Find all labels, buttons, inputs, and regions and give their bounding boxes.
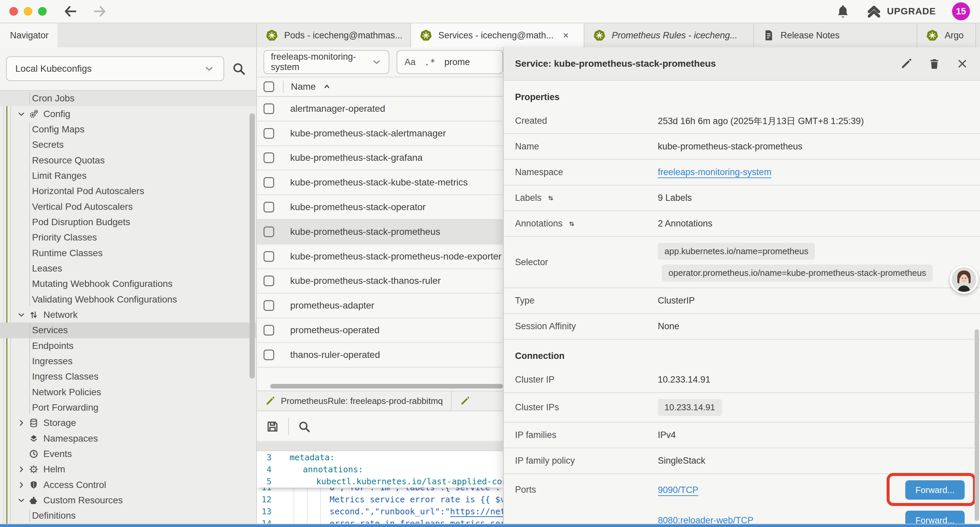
forward-port-button[interactable]: Forward...	[905, 480, 965, 500]
sidebar-item-helm[interactable]: Helm	[0, 462, 256, 477]
chevron-down-icon[interactable]	[17, 496, 29, 505]
tab-prometheus-rules-icecheng[interactable]: Prometheus Rules - icecheng...	[584, 23, 754, 47]
table-row[interactable]: kube-prometheus-stack-prometheus-node-ex…	[257, 245, 503, 269]
sidebar-item-access-control[interactable]: Access Control	[0, 477, 256, 493]
sidebar-item-config[interactable]: Config	[0, 106, 256, 121]
filter-input[interactable]: Aa .* prome	[396, 50, 503, 74]
tab-pods-icecheng-mathmas[interactable]: Pods - icecheng@mathmas...	[257, 23, 411, 47]
sidebar-item-limit-ranges[interactable]: Limit Ranges	[0, 168, 256, 183]
sidebar-item-validating-webhook-configurations[interactable]: Validating Webhook Configurations	[0, 291, 256, 307]
chevron-right-icon[interactable]	[17, 465, 29, 474]
port-link[interactable]: 8080:reloader-web/TCP	[658, 515, 754, 524]
chevron-right-icon[interactable]	[17, 480, 29, 490]
sidebar-item-config-maps[interactable]: Config Maps	[0, 122, 256, 137]
sidebar-search-icon[interactable]	[231, 61, 246, 76]
namespace-link[interactable]: freeleaps-monitoring-system	[658, 167, 772, 177]
sidebar-item-mutating-webhook-configurations[interactable]: Mutating Webhook Configurations	[0, 276, 256, 291]
sort-updown-icon[interactable]	[546, 194, 555, 202]
row-checkbox[interactable]	[264, 153, 274, 163]
yaml-editor[interactable]: 3metadata:4annotations:5kubectl.kubernet…	[257, 452, 503, 524]
sidebar-item-definitions[interactable]: Definitions	[0, 508, 256, 523]
sidebar-item-storage[interactable]: Storage	[0, 415, 256, 431]
chevron-down-icon[interactable]	[17, 110, 29, 119]
sidebar-item-events[interactable]: Events	[0, 446, 256, 462]
sidebar-item-leases[interactable]: Leases	[0, 261, 256, 276]
sort-ascending-icon[interactable]	[322, 82, 332, 92]
sidebar-item-vertical-pod-autoscalers[interactable]: Vertical Pod Autoscalers	[0, 199, 256, 214]
sidebar-item-pod-disruption-budgets[interactable]: Pod Disruption Budgets	[0, 215, 256, 230]
sidebar-item-namespaces[interactable]: Namespaces	[0, 431, 256, 446]
tab-prometheusrule[interactable]: PrometheusRule: freeleaps-prod-rabbitmq	[257, 391, 452, 411]
maximize-window-button[interactable]	[38, 7, 47, 16]
row-checkbox[interactable]	[264, 300, 274, 311]
notification-count-badge[interactable]: 15	[952, 2, 970, 20]
sidebar-item-cron-jobs[interactable]: Cron Jobs	[0, 91, 256, 106]
row-checkbox[interactable]	[264, 350, 274, 360]
row-checkbox[interactable]	[264, 202, 274, 212]
forward-icon[interactable]	[92, 4, 107, 19]
sidebar-item-secrets[interactable]: Secrets	[0, 137, 256, 153]
close-panel-icon[interactable]	[956, 57, 969, 70]
sidebar-item-port-forwarding[interactable]: Port Forwarding	[0, 400, 256, 415]
chevron-right-icon[interactable]	[17, 418, 29, 428]
table-row[interactable]: kube-prometheus-stack-grafana	[257, 146, 503, 171]
save-icon[interactable]	[266, 420, 280, 434]
tab-services-icecheng-math[interactable]: Services - icecheng@math...×	[411, 23, 584, 47]
close-tab-icon[interactable]: ×	[563, 30, 569, 41]
sidebar-item-network-policies[interactable]: Network Policies	[0, 385, 256, 400]
delete-trash-icon[interactable]	[928, 57, 941, 70]
sidebar-item-ingress-classes[interactable]: Ingress Classes	[0, 369, 256, 384]
regex-toggle[interactable]: .*	[424, 57, 436, 67]
sidebar-scrollbar-thumb[interactable]	[250, 113, 255, 379]
table-row[interactable]: kube-prometheus-stack-kube-state-metrics	[257, 170, 503, 195]
back-icon[interactable]	[63, 4, 78, 19]
sidebar-item-endpoints[interactable]: Endpoints	[0, 338, 256, 353]
row-checkbox[interactable]	[264, 128, 274, 139]
table-horizontal-scrollbar-thumb[interactable]	[270, 384, 503, 388]
sidebar-item-custom-resources[interactable]: Custom Resources	[0, 493, 256, 508]
table-row[interactable]: prometheus-adapter	[257, 293, 503, 318]
tab-release-notes[interactable]: Release Notes	[754, 23, 917, 47]
sidebar-item-ingresses[interactable]: Ingresses	[0, 353, 256, 369]
upgrade-button[interactable]: UPGRADE	[866, 4, 936, 19]
editor-search-icon[interactable]	[298, 420, 311, 433]
forward-port-button[interactable]: Forward...	[905, 511, 965, 524]
row-checkbox[interactable]	[264, 226, 274, 237]
sort-updown-icon[interactable]	[567, 220, 576, 228]
sidebar-item-runtime-classes[interactable]: Runtime Classes	[0, 245, 256, 261]
row-checkbox[interactable]	[264, 325, 274, 336]
table-row[interactable]: kube-prometheus-stack-thanos-ruler	[257, 269, 503, 294]
row-checkbox[interactable]	[264, 275, 274, 286]
select-all-checkbox[interactable]	[264, 81, 274, 92]
runbook-url-link[interactable]: https://netw	[450, 507, 503, 516]
table-row[interactable]: kube-prometheus-stack-prometheus	[257, 220, 503, 245]
assistant-avatar[interactable]	[950, 265, 978, 294]
table-row[interactable]: kube-prometheus-stack-operator	[257, 195, 503, 220]
table-row[interactable]: kube-prometheus-stack-alertmanager	[257, 121, 503, 146]
match-case-toggle[interactable]: Aa	[405, 57, 415, 67]
table-row[interactable]: prometheus-operated	[257, 318, 503, 343]
chevron-down-icon[interactable]	[17, 310, 29, 320]
panel-scrollbar-thumb[interactable]	[975, 329, 979, 521]
port-link[interactable]: 9090/TCP	[658, 485, 698, 495]
kubeconfig-selector[interactable]: Local Kubeconfigs	[6, 56, 224, 81]
namespace-selector[interactable]: freeleaps-monitoring-system	[264, 50, 389, 74]
table-row[interactable]: thanos-ruler-operated	[257, 343, 503, 368]
row-checkbox[interactable]	[264, 251, 274, 262]
sidebar-item-priority-classes[interactable]: Priority Classes	[0, 230, 256, 245]
notifications-bell-icon[interactable]	[835, 4, 850, 19]
minimize-window-button[interactable]	[24, 7, 32, 16]
sidebar-item-horizontal-pod-autoscalers[interactable]: Horizontal Pod Autoscalers	[0, 183, 256, 199]
sidebar-item-resource-quotas[interactable]: Resource Quotas	[0, 153, 256, 168]
edit-pencil-icon[interactable]	[900, 57, 913, 70]
row-checkbox[interactable]	[264, 103, 274, 114]
name-column-header[interactable]: Name	[291, 81, 316, 92]
tab-argo-se[interactable]: Argo Se	[917, 23, 976, 47]
table-row[interactable]: alertmanager-operated	[257, 97, 503, 121]
sidebar-item-services[interactable]: Services	[0, 323, 256, 338]
sidebar-item-network[interactable]: Network	[0, 307, 256, 323]
tab-navigator[interactable]: Navigator	[0, 23, 57, 47]
tab-clipped[interactable]	[452, 391, 503, 411]
close-window-button[interactable]	[10, 7, 18, 16]
row-checkbox[interactable]	[264, 177, 274, 188]
